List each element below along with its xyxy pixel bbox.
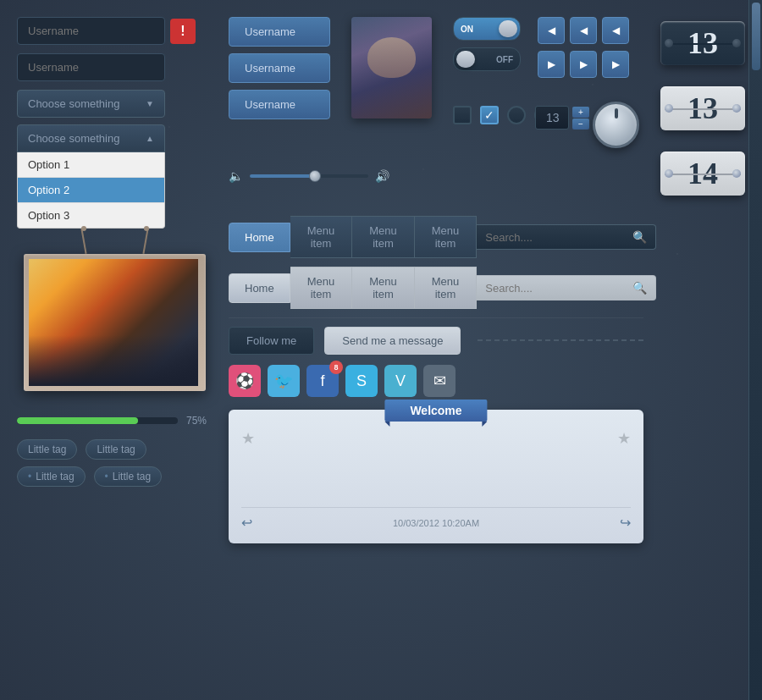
scrollbar[interactable] [748, 0, 762, 700]
toggle-on-handle [499, 20, 517, 37]
arrow-left-1[interactable]: ◀ [538, 17, 565, 44]
stepper-decrement[interactable]: − [572, 119, 589, 130]
welcome-footer: ↩ 10/03/2012 10:20AM ↪ [241, 507, 631, 531]
welcome-card: Welcome ★ ★ ↩ 10/03/2012 10:20AM ↪ [229, 410, 643, 543]
username-btn-3[interactable]: Username [229, 90, 330, 119]
follow-button[interactable]: Follow me [229, 327, 314, 355]
username-input-2[interactable] [17, 53, 165, 81]
chevron-up-icon: ▲ [146, 134, 154, 143]
avatar [351, 17, 432, 119]
tags-section: Little tag Little tag Little tag Little … [17, 439, 212, 487]
arrow-left-2[interactable]: ◀ [570, 17, 597, 44]
nav-home-light[interactable]: Home [229, 273, 290, 303]
toggle-off[interactable]: OFF [453, 47, 521, 71]
social-area: Follow me Send me a message ⚽ 🐦 f 8 S V … [229, 327, 643, 397]
dribbble-icon[interactable]: ⚽ [229, 365, 261, 397]
counter-value-2: 13 [671, 93, 735, 124]
toggle-section: ON OFF [453, 17, 521, 71]
nav-bar-dark: Home Menu item Menu item Menu item 🔍 [229, 216, 643, 258]
social-icon-row: ⚽ 🐦 f 8 S V ✉ [229, 365, 461, 397]
toggle-on[interactable]: ON [453, 17, 521, 41]
arrow-row-2: ▶ ▶ ▶ [538, 51, 629, 78]
nav-menu-item-3-light[interactable]: Menu item [415, 267, 478, 309]
message-button[interactable]: Send me a message [324, 327, 461, 355]
welcome-stars: ★ ★ [241, 429, 631, 448]
arrow-right-1[interactable]: ▶ [538, 51, 565, 78]
counter-value-1: 13 [671, 28, 735, 58]
tag-4[interactable]: Little tag [94, 466, 163, 487]
counter-value-3: 14 [671, 158, 735, 189]
arrow-left-3[interactable]: ◀ [602, 17, 629, 44]
facebook-icon[interactable]: f 8 [306, 365, 339, 397]
right-column: 13 13 14 [660, 17, 745, 543]
dropdown-open-label: Choose something [28, 132, 119, 145]
stepper-increment[interactable]: + [572, 107, 589, 118]
email-icon[interactable]: ✉ [423, 365, 456, 397]
dropdown-option-3[interactable]: Option 3 [18, 203, 164, 228]
tag-2[interactable]: Little tag [86, 439, 146, 460]
screw-left-3 [665, 169, 673, 178]
dropdown-list: Option 1 Option 2 Option 3 [17, 152, 165, 229]
nav-search-light: 🔍 [477, 275, 656, 300]
flip-counter-3: 14 [660, 152, 745, 196]
arrow-right-2[interactable]: ▶ [570, 51, 597, 78]
nav-menu-item-2-dark[interactable]: Menu item [352, 216, 415, 258]
username-input-1[interactable] [17, 17, 165, 45]
knob[interactable] [593, 102, 639, 148]
nav-search-input-light[interactable] [485, 282, 627, 295]
welcome-forward-btn[interactable]: ↪ [620, 515, 631, 531]
twitter-icon[interactable]: 🐦 [268, 365, 300, 397]
scrollbar-thumb[interactable] [752, 3, 760, 70]
nav-menu-item-1-light[interactable]: Menu item [290, 267, 353, 309]
dropdown-option-1[interactable]: Option 1 [18, 152, 164, 178]
screw-left-1 [665, 39, 673, 47]
volume-slider[interactable] [250, 174, 368, 178]
arrow-buttons-section: ◀ ◀ ◀ ▶ ▶ ▶ [538, 17, 629, 85]
skype-icon[interactable]: S [345, 365, 378, 397]
image-frame-section [17, 250, 212, 398]
dropdown-closed-button[interactable]: Choose something ▼ [17, 90, 165, 118]
nav-menu-item-2-light[interactable]: Menu item [352, 267, 415, 309]
checkbox-checked[interactable]: ✓ [480, 106, 499, 124]
username-btn-2[interactable]: Username [229, 53, 330, 83]
welcome-back-btn[interactable]: ↩ [241, 515, 252, 531]
screw-right-1 [732, 39, 741, 47]
volume-handle[interactable] [309, 170, 321, 182]
dropdown-option-2[interactable]: Option 2 [18, 178, 164, 203]
star-left: ★ [241, 429, 255, 448]
nav-menu-item-1-dark[interactable]: Menu item [290, 216, 353, 258]
username-btn-1[interactable]: Username [229, 17, 330, 47]
tag-row-2: Little tag Little tag [17, 466, 212, 487]
stepper-display: 13 [535, 106, 569, 130]
toggle-on-group: ON [453, 17, 521, 41]
nav-home-dark[interactable]: Home [229, 223, 290, 252]
welcome-timestamp: 10/03/2012 10:20AM [393, 518, 479, 528]
arrow-right-3[interactable]: ▶ [602, 51, 629, 78]
knob-section [593, 102, 639, 148]
toggle-off-group: OFF [453, 47, 521, 71]
error-button[interactable]: ! [170, 19, 196, 44]
error-icon: ! [180, 24, 185, 39]
screw-left-2 [665, 104, 673, 113]
flip-counter-2: 13 [660, 86, 745, 130]
vimeo-icon[interactable]: V [384, 365, 417, 397]
nav-menu-item-3-dark[interactable]: Menu item [415, 216, 478, 258]
toggle-on-label: ON [456, 25, 478, 34]
dashed-line [478, 339, 643, 341]
checkbox-unchecked[interactable] [453, 106, 472, 124]
nav-search-input-dark[interactable] [485, 231, 627, 244]
screw-right-3 [732, 169, 741, 178]
progress-section: 75% [17, 415, 212, 427]
progress-bar-fill [17, 417, 138, 424]
dropdown-open-button[interactable]: Choose something ▲ [17, 124, 165, 152]
progress-bar-bg [17, 417, 178, 424]
stepper-section: 13 + − [535, 106, 589, 130]
search-icon-dark: 🔍 [632, 230, 647, 244]
tag-1[interactable]: Little tag [17, 439, 77, 460]
welcome-content [241, 448, 631, 499]
tag-3[interactable]: Little tag [17, 466, 86, 487]
avatar-container [351, 17, 432, 119]
radio-unchecked[interactable] [507, 106, 526, 124]
pin-right [144, 226, 149, 231]
stepper-buttons: + − [572, 107, 589, 130]
